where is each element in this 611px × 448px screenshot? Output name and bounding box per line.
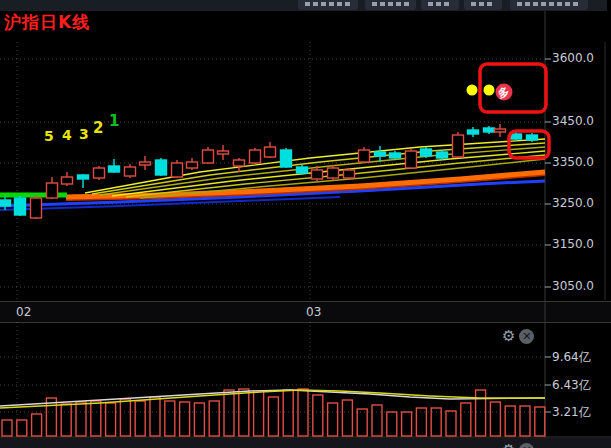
candle-body [495,129,506,132]
volume-axis-label: 9.64亿 [552,349,591,366]
candle-body [421,149,432,156]
next-pane-toolbar: ⚙ ✕ [502,443,534,448]
signal-dot-icon [484,85,495,96]
candle-body [94,168,105,178]
candle-body [250,150,261,163]
volume-pane-toolbar: ⚙ ✕ [502,329,534,344]
volume-bar [150,397,160,436]
candle-body [78,175,89,179]
volume-bar [372,405,382,436]
circle-close-icon[interactable]: ✕ [519,443,534,448]
price-axis-label: 3350.0 [552,155,594,169]
candle-body [218,151,229,154]
next-pane-strip: ⚙ ✕ [0,438,611,448]
volume-axis-label: 3.21亿 [552,404,591,421]
candle-body [15,198,26,215]
candle-body [265,147,276,157]
candle-body [468,130,479,134]
volume-bar [120,399,130,436]
candle-body [437,152,448,158]
candle-body [172,163,183,177]
volume-bar [313,395,323,436]
volume-bar [194,403,204,436]
volume-bar [490,402,500,436]
volume-bar [17,420,27,436]
circle-close-icon[interactable]: ✕ [519,329,534,344]
volume-bar [180,402,190,436]
candle-body [234,160,245,166]
volume-bar [165,401,175,436]
candle-body [527,135,538,140]
volume-bar [446,411,456,436]
volume-bar [254,391,264,436]
volume-bar [283,390,293,436]
wave-count-label: 3 [79,126,89,142]
candle-body [125,167,136,176]
kline-volume-chart [0,0,611,448]
wave-count-label: 2 [93,119,103,137]
volume-bar [402,412,412,436]
candle-body [203,150,214,163]
volume-bar [328,403,338,436]
gear-icon[interactable]: ⚙ [502,329,515,344]
candle-body [453,135,464,157]
candle-body [375,152,386,156]
volume-bar [32,414,42,436]
candle-body [359,150,370,162]
price-axis-label: 3600.0 [552,51,594,65]
candle-body [187,162,198,168]
candle-body [484,128,495,132]
wave-count-label: 4 [62,127,72,143]
candle-body [109,166,120,172]
price-axis-label: 3450.0 [552,114,594,128]
candle-body [281,150,292,167]
volume-bar [476,390,486,436]
wave-count-label: 5 [44,128,54,144]
volume-bar [520,406,530,436]
signal-dot-icon [467,85,478,96]
volume-bar [461,403,471,436]
volume-bar [505,406,515,436]
volume-bar [135,401,145,436]
volume-bar [387,412,397,436]
candle-body [140,162,151,165]
volume-bar [2,420,12,436]
volume-bar [209,401,219,436]
volume-bar [298,389,308,436]
volume-bar [61,404,71,436]
price-axis-label: 3150.0 [552,237,594,251]
volume-bar [357,409,367,436]
volume-bar [535,407,545,436]
candle-body [297,167,308,173]
candle-body [0,200,11,206]
candle-body [406,151,417,168]
candle-body [312,170,323,179]
gear-icon[interactable]: ⚙ [502,443,515,448]
wave-count-label: 1 [109,112,119,130]
price-axis-label: 3250.0 [552,196,594,210]
volume-bar [76,402,86,436]
candle-body [31,198,42,218]
candle-body [390,153,401,158]
volume-axis-label: 6.43亿 [552,377,591,394]
price-axis-label: 3050.0 [552,279,594,293]
candle-body [328,168,339,178]
stock-app-window: 沪指日K线 0203 多 ⚙ ✕ ⚙ ✕ 3600.03450.03350.03… [0,0,611,448]
volume-bar [91,401,101,436]
candle-body [47,183,58,198]
volume-bar [106,403,116,436]
candle-body [344,170,355,178]
volume-bar [342,400,352,436]
candle-body [62,177,73,184]
candle-body [156,160,167,175]
candle-body [511,134,522,139]
volume-bar [224,390,234,436]
volume-bar [268,397,278,436]
